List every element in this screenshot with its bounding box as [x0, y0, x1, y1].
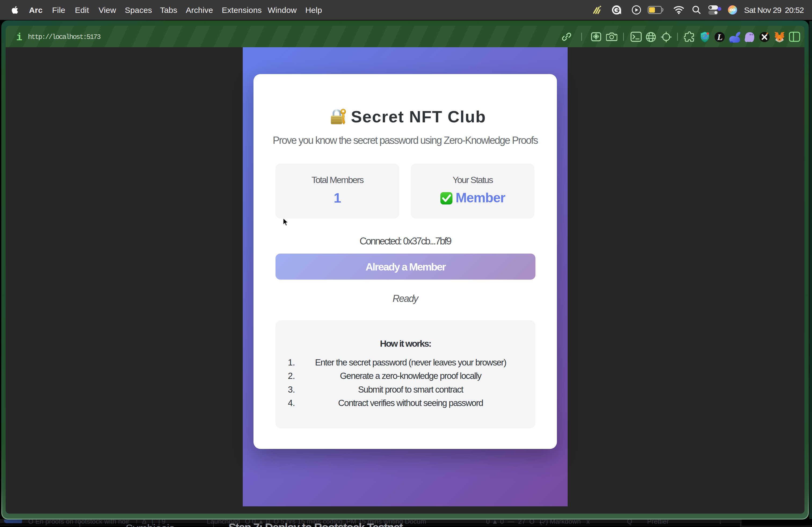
svg-text:L: L — [717, 32, 723, 42]
